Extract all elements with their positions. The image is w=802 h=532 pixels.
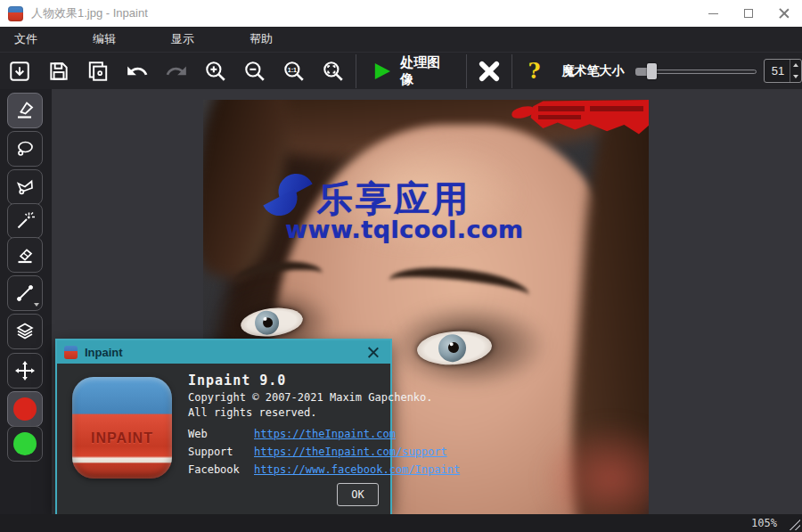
menu-edit[interactable]: 编辑: [84, 28, 125, 51]
statusbar: 105%: [0, 514, 802, 532]
undo-icon: [126, 60, 149, 83]
minimize-button[interactable]: [695, 0, 731, 27]
brush-size-label: 魔术笔大小: [562, 63, 625, 79]
polygon-lasso-tool-button[interactable]: [7, 169, 43, 205]
link-row-support: Support https://theInpaint.com/support: [188, 446, 381, 458]
cancel-button[interactable]: [470, 53, 509, 89]
help-question-icon: ?: [528, 58, 540, 84]
resize-grip[interactable]: [787, 517, 800, 530]
close-icon: [779, 8, 790, 19]
help-button[interactable]: ?: [515, 53, 552, 89]
inpaint-window: 人物效果1.jpg - Inpaint 文件 编辑 显示 帮助: [0, 0, 802, 532]
zoom-out-icon: [243, 60, 266, 83]
process-image-label: 处理图像: [400, 54, 451, 88]
eraser-icon: [14, 244, 36, 266]
app-icon-word: INPAINT: [91, 430, 153, 446]
inpaint-logo-icon: [8, 6, 23, 21]
guide-line-tool-button[interactable]: [7, 275, 43, 311]
magic-wand-tool-button[interactable]: [7, 203, 43, 239]
marker-tool-button[interactable]: [7, 93, 43, 128]
workspace: 乐享应用 www.tqlcool.com Inpaint INPAINT Inp…: [0, 89, 802, 514]
links-block: Web https://theInpaint.com Support https…: [188, 428, 381, 476]
menubar: 文件 编辑 显示 帮助: [0, 27, 802, 52]
dialog-body: INPAINT Inpaint 9.0 Copyright © 2007-202…: [57, 364, 390, 514]
open-button[interactable]: [0, 53, 39, 89]
link-row-facebook: Facebook https://www.facebook.com/Inpain…: [188, 463, 381, 476]
red-marker-color-button[interactable]: [7, 391, 43, 427]
support-link[interactable]: https://theInpaint.com/support: [254, 446, 447, 458]
zoom-1to1-icon: 1:1: [282, 60, 306, 83]
window-title: 人物效果1.jpg - Inpaint: [31, 5, 148, 21]
layers-icon: [14, 321, 36, 342]
maximize-button[interactable]: [731, 0, 766, 27]
ok-button[interactable]: OK: [337, 483, 379, 506]
compare-eye-icon: [86, 60, 110, 83]
svg-text:1:1: 1:1: [288, 66, 297, 72]
polygon-lasso-icon: [14, 176, 36, 198]
dropdown-arrow-icon: [34, 303, 39, 307]
play-icon: [372, 61, 392, 82]
eraser-tool-button[interactable]: [7, 237, 43, 273]
link-label: Facebook: [188, 463, 254, 476]
process-image-button[interactable]: 处理图像: [359, 53, 463, 89]
spin-up-button[interactable]: [790, 60, 801, 71]
web-link[interactable]: https://theInpaint.com: [254, 428, 396, 440]
green-color-swatch: [13, 432, 37, 455]
obscured-watermark-text: [538, 106, 585, 111]
move-tool-button[interactable]: [7, 353, 43, 389]
watermark-logo-icon: [266, 175, 310, 221]
copyright-line: Copyright © 2007-2021 Maxim Gapchenko.: [188, 391, 381, 404]
move-icon: [14, 360, 36, 381]
open-icon: [8, 60, 31, 83]
undo-button[interactable]: [118, 53, 157, 89]
maximize-icon: [744, 9, 753, 18]
marker-icon: [14, 100, 36, 121]
lasso-tool-button[interactable]: [7, 131, 43, 167]
zoom-in-button[interactable]: [196, 53, 235, 89]
green-marker-color-button[interactable]: [7, 426, 43, 462]
zoom-out-button[interactable]: [235, 53, 274, 89]
line-tool-icon: [14, 282, 36, 304]
redo-icon: [165, 60, 188, 83]
lasso-icon: [14, 138, 36, 160]
preview-compare-button[interactable]: [78, 53, 118, 89]
zoom-fit-button[interactable]: [314, 53, 353, 89]
magic-wand-icon: [14, 210, 36, 232]
toolbar-separator: [356, 54, 356, 88]
close-button[interactable]: [766, 0, 802, 27]
menu-file[interactable]: 文件: [5, 28, 46, 51]
inpaint-logo-icon: [64, 346, 78, 359]
dialog-close-button[interactable]: [364, 343, 383, 361]
window-controls: [695, 0, 802, 27]
link-row-web: Web https://theInpaint.com: [188, 428, 381, 440]
spin-down-button[interactable]: [790, 71, 801, 83]
inpaint-app-icon: INPAINT: [72, 377, 172, 479]
redo-button[interactable]: [157, 53, 196, 89]
about-text-block: Inpaint 9.0 Copyright © 2007-2021 Maxim …: [188, 372, 381, 476]
zoom-in-icon: [204, 60, 227, 83]
link-label: Web: [188, 428, 254, 440]
zoom-level-value: 105%: [751, 517, 777, 529]
zoom-fit-icon: [322, 60, 345, 83]
brush-size-spinbox: 51: [764, 59, 802, 83]
menu-view[interactable]: 显示: [162, 28, 203, 51]
zoom-actual-size-button[interactable]: 1:1: [274, 53, 314, 89]
titlebar: 人物效果1.jpg - Inpaint: [0, 0, 802, 27]
brush-size-input[interactable]: 51: [765, 60, 790, 82]
dialog-titlebar[interactable]: Inpaint: [57, 340, 390, 364]
cancel-x-icon: [477, 59, 502, 84]
obscured-watermark-text: [538, 115, 581, 119]
slider-thumb[interactable]: [647, 63, 657, 79]
save-button[interactable]: [39, 53, 78, 89]
toolbar-separator: [511, 54, 512, 88]
layers-tool-button[interactable]: [7, 314, 43, 349]
spin-arrows: [790, 60, 801, 82]
app-name-version: Inpaint 9.0: [188, 372, 381, 389]
brush-size-slider[interactable]: [635, 62, 751, 80]
minimize-icon: [708, 13, 718, 14]
facebook-link[interactable]: https://www.facebook.com/Inpaint: [254, 463, 460, 476]
menu-help[interactable]: 帮助: [241, 28, 282, 51]
toolbar: 1:1 处理图像 ? 魔术笔大小: [0, 52, 802, 89]
watermark-url-text: www.tqlcool.com: [285, 216, 524, 243]
obscured-watermark-text: [590, 106, 643, 111]
